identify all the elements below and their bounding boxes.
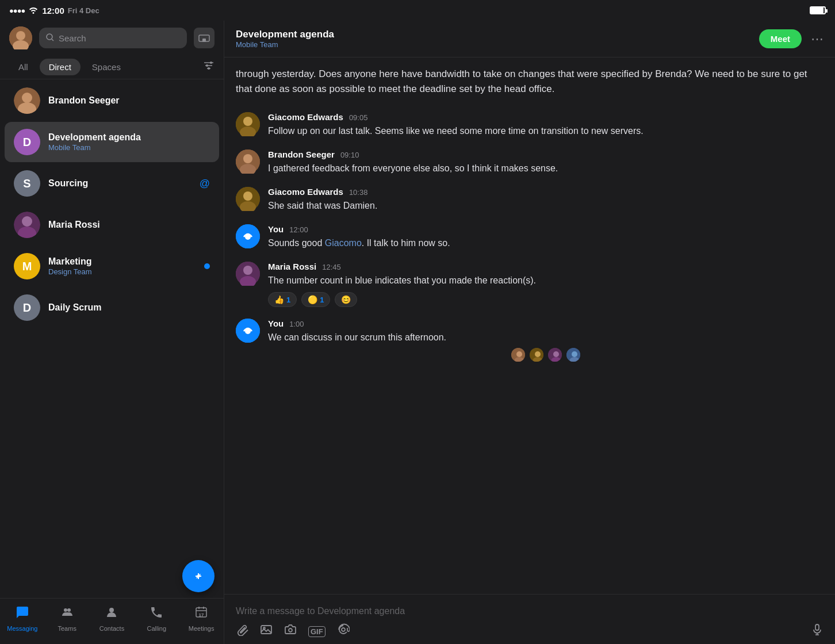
- conv-avatar-maria: [14, 212, 40, 238]
- svg-point-11: [210, 62, 212, 64]
- msg-time-3: 10:38: [349, 188, 368, 197]
- msg-avatar-you-4: [236, 224, 260, 248]
- search-bar[interactable]: Search: [39, 28, 187, 48]
- svg-point-41: [245, 234, 251, 240]
- image-icon[interactable]: [260, 623, 273, 639]
- reaction-dot-emoji: 🟡: [308, 295, 317, 304]
- conv-info-marketing: Marketing Design Team: [48, 256, 196, 276]
- conv-item-marketing[interactable]: M Marketing Design Team: [5, 246, 219, 286]
- conv-name-brandon: Brandon Seeger: [48, 95, 210, 106]
- reaction-dot[interactable]: 🟡 1: [301, 292, 330, 307]
- tab-spaces[interactable]: Spaces: [83, 59, 130, 75]
- mention-icon[interactable]: [337, 623, 350, 639]
- msg-sender-1: Giacomo Edwards: [268, 112, 343, 122]
- signal-icon: ●●●●: [9, 6, 25, 15]
- search-placeholder: Search: [59, 33, 86, 43]
- chat-title: Development agenda: [236, 29, 759, 40]
- nav-meetings-label: Meetings: [189, 625, 215, 632]
- reaction-thumbsup[interactable]: 👍 1: [268, 292, 297, 307]
- msg-row-2: Brandon Seeger 09:10 I gathered feedback…: [236, 150, 823, 175]
- msg-body-1: Giacomo Edwards 09:05 Follow up on our l…: [268, 112, 823, 138]
- status-date: Fri 4 Dec: [68, 6, 99, 15]
- msg-row-3: Giacomo Edwards 10:38 She said that was …: [236, 187, 823, 213]
- reaction-smile[interactable]: 😊: [335, 292, 357, 307]
- gif-icon[interactable]: GIF: [308, 626, 325, 637]
- conv-badge-marketing: [204, 263, 210, 269]
- filter-icon[interactable]: [203, 61, 215, 73]
- msg-time-4: 12:00: [289, 225, 308, 234]
- svg-point-25: [109, 608, 114, 612]
- input-toolbar: GIF: [236, 623, 823, 639]
- msg-text-1: Follow up on our last talk. Seems like w…: [268, 124, 823, 138]
- msg-avatar-brandon-2: [236, 150, 260, 174]
- svg-point-48: [516, 351, 522, 357]
- conv-info-daily-scrum: Daily Scrum: [48, 302, 210, 313]
- more-icon[interactable]: ⋯: [811, 32, 823, 47]
- svg-rect-59: [261, 626, 271, 634]
- meetings-icon: 17: [194, 605, 208, 623]
- cast-icon[interactable]: [194, 28, 215, 48]
- conv-item-maria[interactable]: Maria Rossi: [5, 205, 219, 245]
- battery-icon: [810, 6, 826, 14]
- msg-text-4: Sounds good Giacomo. Il talk to him now …: [268, 236, 823, 250]
- svg-text:17: 17: [199, 612, 204, 618]
- nav-teams[interactable]: Teams: [50, 605, 85, 632]
- compose-fab[interactable]: [182, 560, 215, 592]
- conv-name-dev-agenda: Development agenda: [48, 132, 210, 143]
- nav-calling[interactable]: Calling: [139, 605, 174, 632]
- msg-time-1: 09:05: [349, 113, 368, 122]
- attachment-icon[interactable]: [236, 623, 248, 639]
- camera-icon[interactable]: [284, 623, 297, 639]
- svg-rect-63: [815, 624, 819, 630]
- conv-avatar-dev-agenda: D: [14, 129, 40, 155]
- search-icon: [46, 33, 54, 43]
- seen-avatar-3: [547, 347, 563, 363]
- meet-button[interactable]: Meet: [759, 29, 802, 48]
- svg-point-46: [245, 328, 251, 334]
- msg-time-5: 12:45: [322, 263, 341, 271]
- svg-point-32: [243, 117, 252, 126]
- svg-point-15: [22, 93, 32, 103]
- msg-sender-2: Brandon Seeger: [268, 150, 335, 159]
- msg-header-4: You 12:00: [268, 224, 823, 234]
- conv-item-sourcing[interactable]: S Sourcing @: [5, 163, 219, 204]
- msg-header-1: Giacomo Edwards 09:05: [268, 112, 823, 122]
- sidebar-header: Search: [0, 21, 224, 55]
- sidebar: Search All Direct Spaces: [0, 21, 224, 644]
- tab-direct[interactable]: Direct: [40, 59, 81, 75]
- svg-point-61: [289, 628, 292, 632]
- conv-name-maria: Maria Rossi: [48, 220, 210, 230]
- svg-point-23: [64, 608, 67, 612]
- nav-meetings[interactable]: 17 Meetings: [184, 605, 219, 632]
- conversation-list: Brandon Seeger D Development agenda Mobi…: [0, 79, 224, 554]
- nav-contacts[interactable]: Contacts: [94, 605, 129, 632]
- msg-avatar-giacomo-1: [236, 112, 260, 136]
- msg-time-6: 1:00: [289, 320, 304, 328]
- msg-text-3: She said that was Damien.: [268, 199, 823, 213]
- msg-avatar-maria-5: [236, 262, 260, 286]
- conv-item-dev-agenda[interactable]: D Development agenda Mobile Team: [5, 122, 219, 162]
- msg-text-5: The number count in blue indicates that …: [268, 274, 823, 288]
- mic-icon[interactable]: [811, 623, 823, 639]
- conv-item-daily-scrum[interactable]: D Daily Scrum: [5, 288, 219, 328]
- svg-point-13: [208, 67, 210, 70]
- chat-header: Development agenda Mobile Team Meet ⋯: [224, 21, 835, 57]
- conv-item-brandon[interactable]: Brandon Seeger: [5, 80, 219, 121]
- nav-messaging[interactable]: Messaging: [5, 605, 40, 632]
- msg-time-2: 09:10: [340, 151, 359, 159]
- svg-point-54: [553, 351, 559, 357]
- chat-panel: Development agenda Mobile Team Meet ⋯ th…: [224, 21, 835, 644]
- msg-body-2: Brandon Seeger 09:10 I gathered feedback…: [268, 150, 823, 175]
- msg-header-2: Brandon Seeger 09:10: [268, 150, 823, 159]
- user-avatar[interactable]: [9, 26, 32, 49]
- msg-header-3: Giacomo Edwards 10:38: [268, 187, 823, 197]
- tab-all[interactable]: All: [9, 59, 37, 75]
- conv-name-daily-scrum: Daily Scrum: [48, 302, 210, 313]
- chat-subtitle: Mobile Team: [236, 40, 759, 49]
- msg-header-5: Maria Rossi 12:45: [268, 262, 823, 271]
- nav-contacts-label: Contacts: [99, 625, 124, 632]
- conv-info-brandon: Brandon Seeger: [48, 95, 210, 106]
- message-input[interactable]: Write a message to Development agenda: [236, 601, 823, 623]
- reaction-dot-count: 1: [320, 296, 324, 304]
- msg-sender-3: Giacomo Edwards: [268, 187, 343, 197]
